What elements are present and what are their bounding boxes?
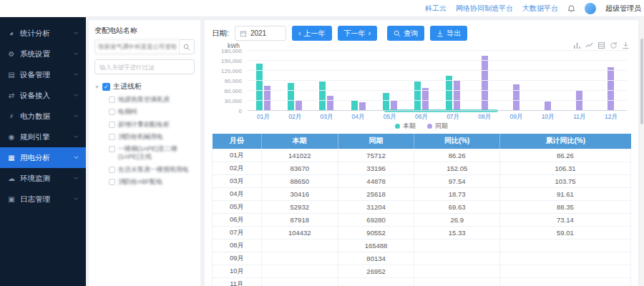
table-cell: 86.26 (414, 149, 499, 162)
checkbox-unchecked[interactable] (109, 134, 115, 140)
table-cell: 104432 (261, 226, 338, 239)
nav-link-collab-platform[interactable]: 网络协同制造平台 (456, 4, 513, 14)
checkbox-unchecked[interactable] (109, 97, 115, 103)
sidebar-item-label: 日志管理 (20, 194, 50, 204)
sidebar-item-system-settings[interactable]: ⚙系统设置 (0, 44, 86, 64)
chevron-down-icon (74, 177, 79, 180)
table-cell (338, 277, 414, 286)
nav-link-kegongyun[interactable]: 科工云 (425, 4, 447, 14)
checkbox-unchecked[interactable] (109, 109, 115, 115)
sidebar-item-rule-engine[interactable]: ◉规则引擎 (0, 127, 86, 147)
prev-year-button[interactable]: ‹ 上一年 (292, 26, 332, 41)
table-cell: 165488 (338, 239, 414, 252)
table-cell: 75712 (338, 149, 414, 162)
tree-node[interactable]: 消防栓机械用电 (109, 133, 195, 141)
table-header-row: 月份本期同期同比(%)累计同比(%) (213, 134, 631, 149)
table-cell: 31204 (338, 200, 414, 213)
x-tick-label: 03月 (311, 113, 342, 122)
checkbox-unchecked[interactable] (109, 146, 115, 152)
power-icon: ⚡ (7, 112, 16, 120)
table-cell: 03月 (213, 174, 262, 187)
tree-node[interactable]: 电梯间 (109, 108, 195, 116)
calendar-icon (240, 30, 247, 37)
y-tick-label: 90,000 (225, 78, 242, 84)
bell-icon[interactable] (567, 4, 575, 13)
main-panel: 日期: 2021 ‹ 上一年 下一年 › 查询 导出 (205, 20, 638, 286)
gridline (248, 100, 627, 101)
table-cell: 90552 (338, 226, 414, 239)
next-year-button[interactable]: 下一年 › (338, 26, 378, 41)
table-cell: 73.14 (499, 213, 630, 226)
year-picker[interactable]: 2021 (235, 26, 286, 41)
table-row: 01月1410227571286.2686.26 (213, 149, 631, 162)
tree-node[interactable]: 一楼梯(1APE)至二楼(1APE)主线 (109, 145, 195, 162)
legend-item[interactable]: 同期 (427, 122, 448, 131)
table-cell: 88650 (261, 174, 338, 187)
sidebar: ◕统计分析⚙系统设置▤设备管理⇄设备接入⚡电力数据◉规则引擎▦用电分析☁环境监测… (0, 17, 86, 286)
sidebar-item-environment-monitor[interactable]: ☁环境监测 (0, 168, 86, 189)
nav-link-bigdata-platform[interactable]: 大数据平台 (522, 4, 558, 14)
table-cell: 44878 (338, 174, 414, 187)
station-search-input[interactable] (94, 39, 179, 54)
table-body: 01月1410227571286.2686.2602月8367033196152… (213, 149, 631, 286)
table-cell (414, 252, 499, 265)
year-value: 2021 (250, 29, 266, 37)
sidebar-item-device-management[interactable]: ▤设备管理 (0, 64, 86, 85)
sidebar-item-device-access[interactable]: ⇄设备接入 (0, 85, 86, 106)
bar-series-0 (383, 93, 389, 111)
caret-down-icon[interactable]: ▼ (94, 84, 99, 89)
tree-node[interactable]: 新增计量前配电柜 (109, 121, 195, 129)
gridline (248, 50, 627, 51)
tree-node[interactable]: 地源热泵空调机房 (109, 96, 195, 104)
sidebar-item-power-data[interactable]: ⚡电力数据 (0, 106, 86, 127)
checkbox-unchecked[interactable] (109, 122, 115, 128)
x-tick-label: 06月 (406, 113, 437, 122)
chevron-left-icon: ‹ (298, 29, 301, 37)
checkbox-unchecked[interactable] (109, 167, 115, 173)
sidebar-item-statistics[interactable]: ◕统计分析 (0, 23, 86, 44)
gridline (248, 60, 627, 61)
y-tick-label: 0 (239, 108, 242, 114)
export-button[interactable]: 导出 (430, 26, 467, 41)
chevron-down-icon (74, 31, 79, 35)
table-cell: 01月 (213, 149, 262, 162)
gear-icon: ⚙ (7, 50, 16, 58)
table-cell: 80134 (338, 252, 414, 265)
query-button[interactable]: 查询 (387, 26, 424, 41)
sidebar-menu: ◕统计分析⚙系统设置▤设备管理⇄设备接入⚡电力数据◉规则引擎▦用电分析☁环境监测… (0, 23, 86, 209)
chevron-down-icon (74, 197, 79, 201)
download-icon (436, 30, 444, 37)
table-cell (261, 265, 338, 277)
table-cell: 09月 (213, 252, 262, 265)
table-cell: 103.75 (499, 174, 630, 187)
tree-filter-input[interactable] (94, 59, 195, 74)
station-search-button[interactable] (179, 39, 195, 54)
checkbox-unchecked[interactable] (109, 179, 115, 185)
checkbox-checked[interactable]: ✓ (102, 83, 110, 91)
sidebar-item-log-management[interactable]: ▣日志管理 (0, 189, 86, 209)
avatar[interactable] (585, 3, 596, 14)
chevron-down-icon (74, 156, 79, 159)
pie-chart-icon: ◕ (7, 29, 16, 37)
user-name[interactable]: 超级管理员 (605, 4, 641, 14)
x-tick-label: 07月 (437, 113, 469, 122)
logs-icon: ▣ (7, 195, 16, 203)
tree-root-node[interactable]: ▼ ✓ 主进线柜 (94, 82, 195, 92)
table-cell: 88.35 (499, 200, 630, 213)
sidebar-item-label: 用电分析 (20, 153, 50, 163)
table-cell: 05月 (213, 200, 262, 213)
table-cell: 25618 (338, 187, 414, 200)
tree-node[interactable]: 消防栓ABF配电 (109, 178, 195, 186)
scrollbar-thumb[interactable] (640, 39, 643, 124)
x-tick-label: 08月 (469, 113, 500, 122)
substation-name-label: 变配电站名称 (94, 26, 195, 36)
bar-series-0 (446, 76, 452, 111)
legend-item[interactable]: 本期 (395, 122, 416, 131)
bar-series-1 (482, 56, 488, 111)
legend-label: 本期 (403, 122, 416, 131)
sidebar-item-power-analysis[interactable]: ▦用电分析 (0, 147, 86, 168)
sidebar-item-label: 设备管理 (20, 70, 50, 80)
bar-series-1 (327, 96, 333, 111)
tree-node[interactable]: 生活水泵房一楼照明用电 (109, 166, 195, 174)
page-scrollbar[interactable] (640, 17, 644, 286)
